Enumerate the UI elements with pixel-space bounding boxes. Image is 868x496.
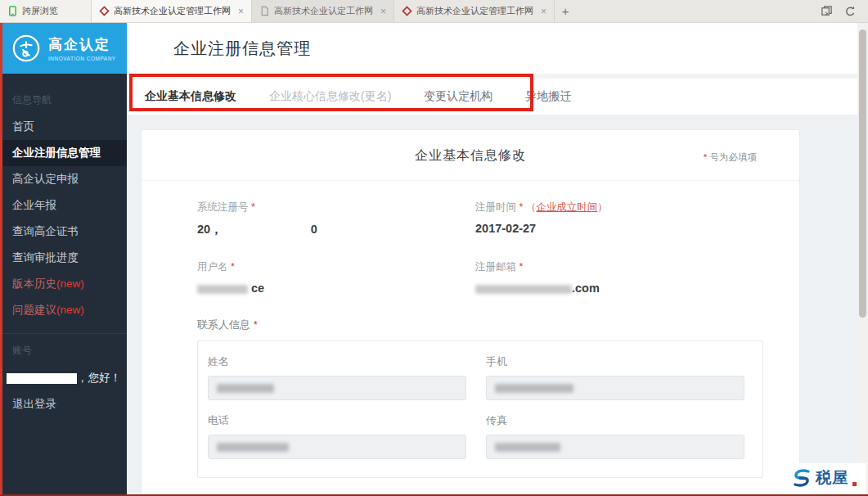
browser-tab-crossscreen[interactable]: 跨屏浏览 bbox=[0, 0, 92, 22]
field-contact-name: 姓名 bbox=[208, 354, 466, 400]
required-note-text: 号为必填项 bbox=[710, 152, 758, 162]
field-email: 注册邮箱 * .com bbox=[475, 260, 763, 295]
contact-fax-input[interactable] bbox=[486, 435, 744, 459]
undo-refresh-icon[interactable] bbox=[844, 5, 857, 17]
main-area: 企业注册信息管理 企业基本信息修改 企业核心信息修改(更名) 变更认定机构 异地… bbox=[127, 23, 868, 496]
sidebar-item-annual-report[interactable]: 企业年报 bbox=[0, 192, 127, 219]
site-favicon bbox=[99, 6, 110, 16]
browser-tab-label: 跨屏浏览 bbox=[22, 5, 58, 17]
sidebar: 高企认定 INNOVATION COMPANY 信息导航 首页 企业注册信息管理… bbox=[0, 23, 127, 496]
logo-subtitle: INNOVATION COMPANY bbox=[48, 56, 116, 61]
reg-no-suffix: 0 bbox=[311, 223, 317, 236]
logout-button[interactable]: 退出登录 bbox=[0, 391, 127, 417]
phone-icon bbox=[7, 6, 18, 16]
document-icon bbox=[259, 6, 270, 16]
redacted-username-value bbox=[197, 285, 248, 294]
field-label: 姓名 bbox=[208, 354, 466, 369]
browser-tab-label: 高新技术企业认定工作网 bbox=[274, 5, 373, 17]
required-note: * 号为必填项 bbox=[704, 151, 757, 164]
new-badge: (new) bbox=[56, 304, 84, 316]
reg-time-note: （企业成立时间） bbox=[526, 201, 608, 213]
content-area: 企业基本信息修改 * 号为必填项 系统注册号 * 20，0 注册时间 * （企业… bbox=[127, 115, 868, 496]
redacted-value bbox=[217, 443, 289, 452]
browser-tab-mgmt-2[interactable]: 高新技术企业认定管理工作网 × bbox=[394, 0, 555, 22]
browser-tab-bar: 跨屏浏览 高新技术企业认定管理工作网 × 高新技术企业认定工作网 × 高新技术企… bbox=[0, 0, 868, 23]
close-icon[interactable]: × bbox=[541, 6, 546, 17]
sidebar-section-account: 账号 bbox=[0, 337, 127, 364]
username-suffix: ce bbox=[251, 282, 264, 295]
field-contact-phone: 电话 bbox=[208, 413, 466, 459]
contact-mobile-input[interactable] bbox=[486, 376, 744, 400]
form-panel: 企业基本信息修改 * 号为必填项 系统注册号 * 20，0 注册时间 * （企业… bbox=[141, 129, 800, 496]
required-mark: * bbox=[519, 201, 523, 213]
contact-phone-input[interactable] bbox=[208, 435, 466, 459]
sidebar-section-nav: 信息导航 bbox=[0, 87, 127, 114]
sidebar-item-label: 版本历史 bbox=[12, 277, 56, 290]
field-reg-time: 注册时间 * （企业成立时间） 2017-02-27 bbox=[475, 201, 763, 237]
contact-name-input[interactable] bbox=[208, 376, 466, 400]
new-badge: (new) bbox=[56, 277, 84, 290]
page-header: 企业注册信息管理 bbox=[127, 23, 868, 74]
taxhouse-dot bbox=[852, 482, 857, 486]
required-mark: * bbox=[231, 261, 235, 273]
close-icon[interactable]: × bbox=[380, 6, 386, 17]
sidebar-divider bbox=[0, 333, 127, 334]
username-value: ce bbox=[197, 282, 475, 295]
scrollbar-thumb[interactable] bbox=[859, 29, 866, 318]
field-contact-fax: 传真 bbox=[486, 413, 744, 459]
vertical-scrollbar[interactable] bbox=[857, 23, 868, 496]
tab-core-info-edit[interactable]: 企业核心信息修改(更名) bbox=[269, 89, 391, 104]
restore-windows-icon[interactable] bbox=[821, 5, 833, 17]
logo-icon bbox=[11, 33, 42, 64]
browser-tab-label: 高新技术企业认定管理工作网 bbox=[416, 5, 533, 17]
taxhouse-watermark: 税屋 bbox=[779, 463, 866, 494]
required-mark: * bbox=[704, 152, 707, 162]
taxhouse-s-logo-icon bbox=[792, 468, 812, 488]
field-label: 传真 bbox=[486, 413, 744, 428]
new-tab-button[interactable]: + bbox=[555, 0, 576, 22]
field-label: 电话 bbox=[208, 413, 466, 428]
app-logo: 高企认定 INNOVATION COMPANY bbox=[0, 23, 127, 74]
redacted-username bbox=[7, 373, 77, 384]
close-icon[interactable]: × bbox=[238, 6, 244, 17]
sidebar-item-registration-mgmt[interactable]: 企业注册信息管理 bbox=[0, 140, 127, 166]
email-value: .com bbox=[475, 282, 763, 295]
field-label: 手机 bbox=[486, 354, 744, 369]
email-suffix: .com bbox=[572, 282, 600, 295]
site-favicon bbox=[402, 6, 412, 16]
founding-time-link[interactable]: 企业成立时间 bbox=[536, 201, 597, 213]
browser-tab-mgmt-1[interactable]: 高新技术企业认定管理工作网 × bbox=[92, 0, 252, 22]
required-mark: * bbox=[519, 261, 523, 273]
field-system-reg-no: 系统注册号 * 20，0 bbox=[197, 201, 475, 237]
subtab-bar: 企业基本信息修改 企业核心信息修改(更名) 变更认定机构 异地搬迁 bbox=[127, 74, 868, 115]
redacted-value bbox=[495, 384, 573, 393]
browser-tab-work[interactable]: 高新技术企业认定工作网 × bbox=[252, 0, 394, 22]
sidebar-nav: 信息导航 首页 企业注册信息管理 高企认定申报 企业年报 查询高企证书 查询审批… bbox=[0, 74, 127, 417]
sidebar-item-version-history[interactable]: 版本历史(new) bbox=[0, 271, 127, 297]
required-mark: * bbox=[251, 201, 255, 213]
greeting-suffix: ，您好！ bbox=[77, 372, 121, 384]
sidebar-item-approval-progress[interactable]: 查询审批进度 bbox=[0, 245, 127, 271]
taxhouse-text: 税屋 bbox=[816, 467, 848, 489]
sidebar-item-declaration[interactable]: 高企认定申报 bbox=[0, 166, 127, 192]
sidebar-item-certificate-query[interactable]: 查询高企证书 bbox=[0, 219, 127, 245]
field-label: 注册时间 bbox=[475, 201, 516, 213]
required-mark: * bbox=[254, 318, 258, 331]
sidebar-item-label: 问题建议 bbox=[12, 304, 56, 316]
sidebar-item-home[interactable]: 首页 bbox=[0, 114, 127, 140]
form-body: 系统注册号 * 20，0 注册时间 * （企业成立时间） 2017-02-27 … bbox=[142, 181, 799, 496]
form-panel-header: 企业基本信息修改 * 号为必填项 bbox=[142, 130, 799, 181]
sidebar-item-feedback[interactable]: 问题建议(new) bbox=[0, 297, 127, 323]
tab-relocation[interactable]: 异地搬迁 bbox=[525, 89, 571, 104]
paren-close: ） bbox=[597, 201, 608, 213]
paren-open: （ bbox=[526, 201, 537, 213]
section-text: 联系人信息 bbox=[197, 318, 250, 331]
tab-basic-info-edit[interactable]: 企业基本信息修改 bbox=[145, 89, 236, 104]
field-label: 注册邮箱 bbox=[475, 261, 516, 273]
contact-info-box: 姓名 手机 电话 传真 bbox=[197, 340, 763, 478]
tab-change-agency[interactable]: 变更认定机构 bbox=[424, 89, 492, 104]
contact-section-label: 联系人信息 * bbox=[197, 318, 763, 332]
field-label: 系统注册号 bbox=[197, 201, 249, 213]
page-title: 企业注册信息管理 bbox=[173, 38, 311, 60]
reg-time-value: 2017-02-27 bbox=[475, 222, 763, 235]
